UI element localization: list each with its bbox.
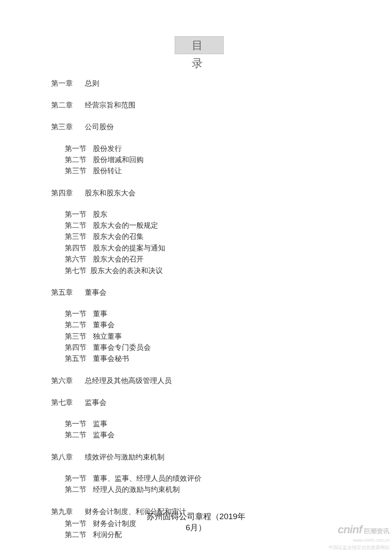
section-row: 第一节董事、监事、经理人员的绩效评价 [65, 473, 347, 484]
section-label: 第二节 [65, 220, 93, 231]
section-title: 股份转让 [93, 167, 122, 175]
section-label: 第七节 [65, 265, 90, 276]
section-row: 第二节监事会 [65, 430, 347, 441]
section-title: 股东大会的召开 [93, 255, 144, 263]
section-label: 第一节 [65, 209, 93, 220]
chapter-row: 第八章 绩效评价与激励约束机制 [51, 451, 347, 463]
chapter-row: 第六章 总经理及其他高级管理人员 [51, 375, 347, 386]
section-label: 第三节 [65, 331, 93, 342]
section-title: 董事会秘书 [93, 355, 129, 363]
section-title: 董事会 [93, 321, 115, 329]
section-row: 第二节经理人员的激励与约束机制 [65, 484, 347, 495]
toc-title: 目录 [175, 36, 224, 54]
section-row: 第三节股东大会的召集 [65, 231, 347, 242]
section-title: 董事、监事、经理人员的绩效评价 [93, 474, 202, 482]
section-title: 股东大会的一般规定 [93, 221, 158, 230]
section-block: 第一节股份发行 第二节股份增减和回购 第三节股份转让 [65, 143, 347, 177]
section-row: 第六节股东大会的召开 [65, 254, 347, 265]
section-label: 第二节 [65, 154, 93, 166]
chapter-label: 第五章 [51, 287, 83, 298]
chapter-row: 第三章 公司股份 [51, 121, 347, 133]
watermark: cninf 巨潮资讯 www.cninfo.com.cn 中国证监会指定信息披露… [329, 523, 389, 551]
section-title: 监事会 [93, 431, 115, 439]
watermark-brand-en: cninf [337, 523, 362, 536]
chapter-row: 第五章 董事会 [51, 287, 347, 298]
section-title: 独立董事 [93, 332, 122, 340]
section-row: 第三节股份转让 [65, 166, 347, 177]
chapter-label: 第六章 [51, 375, 83, 386]
section-label: 第一节 [65, 418, 93, 430]
section-row: 第二节股东大会的一般规定 [65, 220, 347, 231]
chapter-row: 第二章 经营宗旨和范围 [51, 99, 347, 111]
section-title: 监事 [93, 420, 107, 428]
section-label: 第二节 [65, 320, 93, 331]
chapter-row: 第一章 总则 [51, 78, 347, 89]
section-label: 第五节 [65, 353, 93, 364]
section-row: 第四节董事会专门委员会 [65, 342, 347, 353]
section-row: 第一节监事 [65, 418, 347, 430]
section-title: 股东大会的召集 [93, 232, 144, 241]
section-row: 第四节股东大会的提案与通知 [65, 243, 347, 254]
footer-line-2: 6月） [186, 523, 207, 532]
section-block: 第一节股东 第二节股东大会的一般规定 第三节股东大会的召集 第四节股东大会的提案… [65, 209, 347, 276]
chapter-label: 第三章 [51, 121, 83, 133]
section-label: 第四节 [65, 243, 93, 254]
section-row: 第一节股东 [65, 209, 347, 220]
section-row: 第五节董事会秘书 [65, 353, 347, 364]
chapter-label: 第二章 [51, 99, 83, 111]
chapter-title: 监事会 [85, 398, 107, 407]
section-row: 第一节董事 [65, 308, 347, 320]
chapter-title: 绩效评价与激励约束机制 [85, 453, 164, 461]
chapter-label: 第八章 [51, 451, 83, 463]
section-label: 第二节 [65, 484, 93, 495]
section-title: 股东大会的表决和决议 [90, 267, 163, 275]
section-row: 第一节股份发行 [65, 143, 347, 154]
section-label: 第一节 [65, 473, 93, 484]
section-title: 股东大会的提案与通知 [93, 244, 165, 252]
chapter-title: 经营宗旨和范围 [85, 101, 135, 109]
chapter-title: 总经理及其他高级管理人员 [85, 377, 172, 385]
section-title: 股份增减和回购 [93, 156, 144, 164]
chapter-label: 第四章 [51, 187, 83, 199]
section-title: 股份发行 [93, 145, 122, 153]
section-label: 第二节 [65, 430, 93, 441]
watermark-brand-cn: 巨潮资讯 [364, 527, 389, 535]
watermark-desc: 中国证监会指定信息披露网站 [329, 545, 389, 550]
chapter-title: 公司股份 [85, 123, 114, 131]
chapter-label: 第一章 [51, 78, 83, 89]
section-label: 第四节 [65, 342, 93, 353]
section-label: 第三节 [65, 166, 93, 177]
page-content: 目录 第一章 总则 第二章 经营宗旨和范围 第三章 公司股份 第一节股份发行 第… [0, 0, 392, 541]
chapter-title: 股东和股东大会 [85, 189, 135, 197]
watermark-url: www.cninfo.com.cn [353, 538, 389, 543]
section-row: 第二节董事会 [65, 320, 347, 331]
chapter-title: 董事会 [85, 288, 107, 296]
section-title: 经理人员的激励与约束机制 [93, 485, 180, 494]
section-title: 董事会专门委员会 [93, 343, 151, 352]
section-title: 股东 [93, 210, 107, 218]
section-title: 董事 [93, 310, 107, 318]
section-label: 第一节 [65, 308, 93, 320]
section-label: 第一节 [65, 143, 93, 154]
section-label: 第三节 [65, 231, 93, 242]
section-block: 第一节董事 第二节董事会 第三节独立董事 第四节董事会专门委员会 第五节董事会秘… [65, 308, 347, 365]
chapter-label: 第七章 [51, 397, 83, 408]
section-block: 第一节董事、监事、经理人员的绩效评价 第二节经理人员的激励与约束机制 [65, 473, 347, 496]
chapter-row: 第七章 监事会 [51, 397, 347, 408]
chapter-row: 第四章 股东和股东大会 [51, 187, 347, 199]
chapter-title: 总则 [85, 79, 99, 87]
section-row: 第二节股份增减和回购 [65, 154, 347, 166]
footer-line-1: 苏州固锝公司章程（2019年 [147, 512, 245, 521]
section-row: 第三节独立董事 [65, 331, 347, 342]
section-label: 第六节 [65, 254, 93, 265]
section-row: 第七节股东大会的表决和决议 [65, 265, 347, 276]
section-block: 第一节监事 第二节监事会 [65, 418, 347, 441]
